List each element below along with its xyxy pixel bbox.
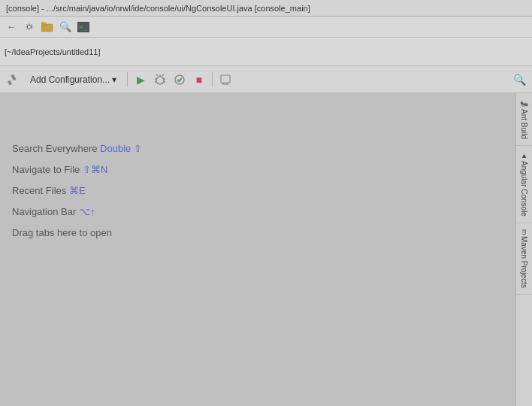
sidebar-tab-maven-projects[interactable]: m Maven Projects <box>516 223 532 295</box>
hint-drag-tabs: Drag tabs here to open <box>12 223 142 244</box>
svg-rect-15 <box>221 75 230 83</box>
content-area: Search Everywhere Double ⇧ Navigate to F… <box>0 93 515 406</box>
sidebar-tab-angular-console-label: Angular Console <box>520 161 528 217</box>
separator-1 <box>127 72 128 87</box>
add-config-arrow: ▾ <box>112 74 116 85</box>
angular-console-icon: ▲ <box>521 152 528 159</box>
toolbar-folder-icon[interactable] <box>39 19 56 35</box>
svg-rect-4 <box>11 74 16 80</box>
hint-nav-bar: Navigation Bar ⌥↑ <box>12 201 142 223</box>
svg-line-8 <box>156 74 158 76</box>
title-text: [console] - .../src/main/java/io/nrwl/id… <box>6 4 310 13</box>
hint-nav-bar-shortcut: ⌥↑ <box>79 206 95 217</box>
sidebar-tab-ant-build[interactable]: 🐜 Ant Build <box>516 93 532 146</box>
toolbar-arrow-icon[interactable]: ← <box>3 19 20 35</box>
hint-search-everywhere-shortcut: Double ⇧ <box>100 143 142 154</box>
main-area: Search Everywhere Double ⇧ Navigate to F… <box>0 93 532 406</box>
toolbar-1: ← ⛭ 🔍 >_ <box>0 17 532 38</box>
run-button[interactable]: ▶ <box>132 71 149 88</box>
run-toolbar: Add Configuration... ▾ ▶ ■ <box>0 66 532 93</box>
toolbar-search-icon[interactable]: 🔍 <box>57 19 74 35</box>
title-bar: [console] - .../src/main/java/io/nrwl/id… <box>0 0 532 17</box>
svg-rect-1 <box>41 23 46 26</box>
right-sidebar: 🐜 Ant Build ▲ Angular Console m Maven Pr… <box>515 93 532 406</box>
sidebar-tab-ant-build-label: Ant Build <box>520 109 528 139</box>
svg-text:>_: >_ <box>79 23 87 31</box>
ant-build-icon: 🐜 <box>521 99 528 108</box>
build-icon[interactable] <box>5 71 21 88</box>
toolbar-terminal-icon[interactable]: >_ <box>75 19 92 35</box>
add-config-label: Add Configuration... <box>30 74 110 85</box>
sidebar-tab-maven-label: Maven Projects <box>520 236 528 288</box>
hint-search-everywhere: Search Everywhere Double ⇧ <box>12 138 142 159</box>
svg-rect-5 <box>8 80 12 85</box>
pin-window-button[interactable] <box>217 71 234 88</box>
debug-button[interactable] <box>152 71 168 88</box>
svg-point-6 <box>156 77 164 84</box>
breadcrumb: [~/IdeaProjects/untitled11] <box>5 47 527 56</box>
add-configuration-button[interactable]: Add Configuration... ▾ <box>24 72 122 87</box>
sidebar-tab-angular-console[interactable]: ▲ Angular Console <box>516 146 532 223</box>
hint-navigate-file-shortcut: ⇧⌘N <box>83 164 107 175</box>
hint-recent-files: Recent Files ⌘E <box>12 180 142 201</box>
hint-navigate-file: Navigate to File ⇧⌘N <box>12 159 142 180</box>
hint-recent-files-shortcut: ⌘E <box>69 185 86 196</box>
maven-icon: m <box>521 229 528 235</box>
hints-overlay: Search Everywhere Double ⇧ Navigate to F… <box>0 131 154 251</box>
toolbar-2: [~/IdeaProjects/untitled11] <box>0 38 532 66</box>
coverage-button[interactable] <box>171 71 188 88</box>
svg-line-9 <box>162 74 164 76</box>
separator-2 <box>212 72 213 87</box>
toolbar-settings-icon[interactable]: ⛭ <box>21 19 38 35</box>
stop-button[interactable]: ■ <box>191 71 207 88</box>
search-button[interactable]: 🔍 <box>511 71 527 88</box>
